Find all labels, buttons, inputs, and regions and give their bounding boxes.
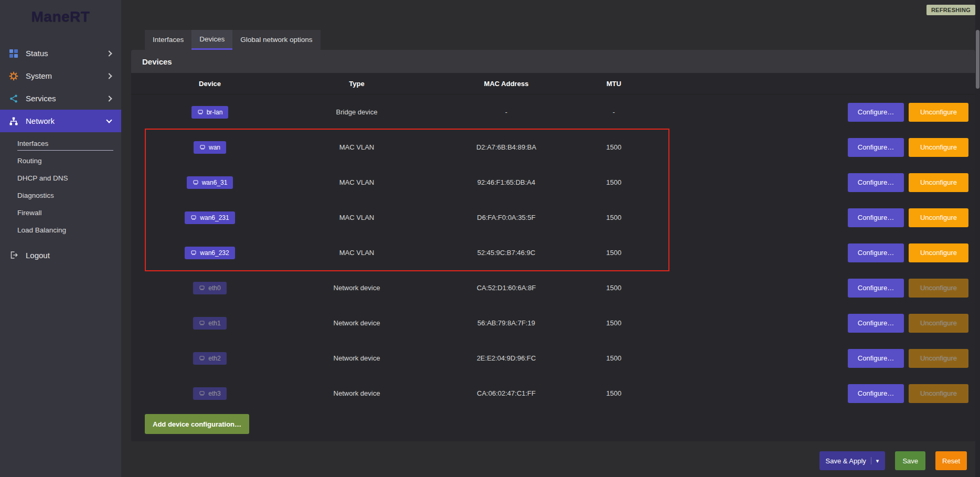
device-name: eth0 [208, 284, 220, 292]
configure-button[interactable]: Configure… [848, 279, 904, 298]
device-badge[interactable]: br-lan [191, 106, 229, 119]
unconfigure-button[interactable]: Unconfigure [909, 279, 968, 298]
sidebar-item-system[interactable]: System [0, 65, 121, 87]
sidebar-item-network[interactable]: Network [0, 110, 121, 132]
port-icon [199, 390, 205, 397]
port-icon [199, 320, 205, 326]
app-logo: ManeRT [0, 0, 121, 25]
main-content: REFRESHING Interfaces Devices Global net… [121, 0, 980, 477]
reset-button[interactable]: Reset [935, 451, 967, 470]
configure-button[interactable]: Configure… [848, 138, 904, 157]
bridge-icon [197, 109, 204, 115]
scrollbar-thumb[interactable] [976, 30, 979, 89]
unconfigure-button[interactable]: Unconfigure [909, 384, 968, 403]
device-mtu: 1500 [588, 249, 640, 257]
device-badge[interactable]: eth3 [193, 387, 226, 400]
sidebar-item-label: Logout [26, 251, 113, 260]
device-type: Network device [289, 354, 425, 362]
column-header-mtu: MTU [588, 80, 640, 88]
sidebar-item-status[interactable]: Status [0, 42, 121, 65]
app-root: ManeRT Status System Service [0, 0, 980, 477]
subitem-label: Load Balancing [17, 226, 66, 234]
sidebar-subitem-diagnostics[interactable]: Diagnostics [0, 187, 121, 204]
device-mac: 52:45:9C:B7:46:9C [425, 249, 588, 257]
devices-panel: Devices Device Type MAC Address MTU br-l… [131, 50, 975, 441]
scrollbar[interactable] [975, 0, 980, 477]
column-header-device: Device [131, 80, 289, 88]
device-name: br-lan [207, 109, 223, 116]
port-icon [190, 250, 197, 256]
column-header-type: Type [289, 80, 425, 88]
tab-devices[interactable]: Devices [191, 30, 232, 50]
sidebar-subitem-routing[interactable]: Routing [0, 152, 121, 169]
chevron-right-icon [106, 96, 112, 101]
table-row: eth3 Network device CA:06:02:47:C1:FF 15… [131, 376, 975, 411]
device-mtu: 1500 [588, 354, 640, 362]
device-badge[interactable]: wan6_232 [185, 247, 235, 259]
device-type: MAC VLAN [289, 214, 425, 221]
table-header: Device Type MAC Address MTU [131, 73, 975, 94]
unconfigure-button[interactable]: Unconfigure [909, 103, 968, 122]
device-mtu: 1500 [588, 319, 640, 327]
table-row: br-lan Bridge device - - Configure… Unco… [131, 94, 975, 130]
sidebar-subitem-interfaces[interactable]: Interfaces [0, 135, 121, 152]
tab-global-network-options[interactable]: Global network options [232, 30, 320, 50]
configure-button[interactable]: Configure… [848, 173, 904, 192]
device-mac: D2:A7:6B:B4:89:BA [425, 143, 588, 151]
sidebar-subitem-load-balancing[interactable]: Load Balancing [0, 221, 121, 239]
port-icon [190, 215, 197, 221]
port-icon [193, 179, 199, 186]
device-mac: 56:AB:79:8A:7F:19 [425, 319, 588, 327]
subitem-label: Interfaces [17, 140, 48, 147]
device-badge[interactable]: wan6_231 [185, 211, 235, 224]
table-row: wan6_231 MAC VLAN D6:FA:F0:0A:35:5F 1500… [131, 200, 975, 235]
dropdown-caret-icon[interactable]: ▾ [871, 457, 879, 464]
sidebar-item-label: System [26, 71, 107, 80]
services-icon [8, 93, 19, 104]
unconfigure-button[interactable]: Unconfigure [909, 138, 968, 157]
sidebar: ManeRT Status System Service [0, 0, 121, 477]
tab-interfaces[interactable]: Interfaces [145, 30, 191, 50]
sidebar-subitem-firewall[interactable]: Firewall [0, 204, 121, 221]
unconfigure-button[interactable]: Unconfigure [909, 243, 968, 262]
device-badge[interactable]: wan6_31 [187, 176, 233, 189]
table-row: wan6_232 MAC VLAN 52:45:9C:B7:46:9C 1500… [131, 235, 975, 270]
device-type: Network device [289, 319, 425, 327]
configure-button[interactable]: Configure… [848, 103, 904, 122]
configure-button[interactable]: Configure… [848, 243, 904, 262]
configure-button[interactable]: Configure… [848, 349, 904, 368]
device-badge[interactable]: wan [194, 141, 226, 154]
table-body: br-lan Bridge device - - Configure… Unco… [131, 94, 975, 411]
unconfigure-button[interactable]: Unconfigure [909, 208, 968, 227]
configure-button[interactable]: Configure… [848, 314, 904, 333]
device-name: eth1 [208, 320, 220, 327]
device-badge[interactable]: eth2 [193, 352, 226, 365]
device-type: Network device [289, 389, 425, 397]
port-icon [199, 285, 205, 291]
device-type: Network device [289, 284, 425, 292]
device-name: wan6_232 [200, 249, 229, 257]
save-apply-button[interactable]: Save & Apply ▾ [819, 451, 886, 470]
device-badge[interactable]: eth0 [193, 282, 226, 294]
table-row: eth2 Network device 2E:E2:04:9D:96:FC 15… [131, 341, 975, 376]
device-mac: CA:06:02:47:C1:FF [425, 389, 588, 397]
device-mtu: 1500 [588, 389, 640, 397]
sidebar-subitem-dhcp-dns[interactable]: DHCP and DNS [0, 169, 121, 187]
unconfigure-button[interactable]: Unconfigure [909, 314, 968, 333]
save-button[interactable]: Save [895, 451, 925, 470]
device-badge[interactable]: eth1 [193, 317, 226, 330]
device-name: eth2 [208, 355, 220, 362]
unconfigure-button[interactable]: Unconfigure [909, 349, 968, 368]
subitem-label: DHCP and DNS [17, 174, 68, 182]
gear-icon [8, 71, 19, 81]
add-device-button[interactable]: Add device configuration… [145, 414, 249, 434]
configure-button[interactable]: Configure… [848, 384, 904, 403]
table-row: eth1 Network device 56:AB:79:8A:7F:19 15… [131, 305, 975, 341]
chevron-right-icon [106, 50, 112, 56]
unconfigure-button[interactable]: Unconfigure [909, 173, 968, 192]
port-icon [199, 144, 206, 151]
device-mtu: 1500 [588, 143, 640, 151]
sidebar-item-services[interactable]: Services [0, 87, 121, 110]
configure-button[interactable]: Configure… [848, 208, 904, 227]
sidebar-item-logout[interactable]: Logout [0, 245, 121, 265]
